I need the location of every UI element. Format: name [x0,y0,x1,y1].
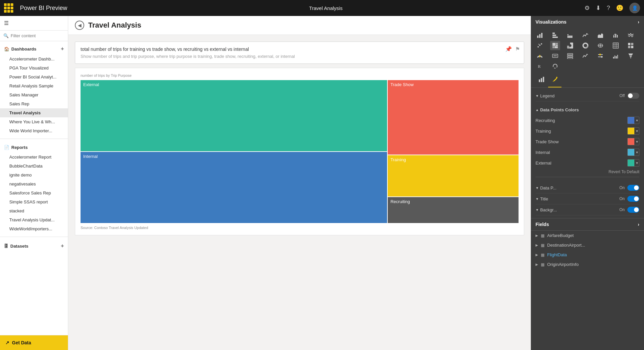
sidebar-item-sales-manager[interactable]: Sales Manager [0,90,68,99]
avatar[interactable]: 👤 [629,3,640,13]
viz-icon-line[interactable] [580,31,590,40]
viz-icon-treemap[interactable] [550,41,560,50]
viz-icon-slicer[interactable] [595,51,605,60]
field-item-airfare[interactable]: ▶ ▦ AirfareBudget [531,231,644,240]
dpc-tradeshow-color-btn[interactable]: ▼ [627,138,639,145]
revert-to-default-button[interactable]: Revert To Default [536,168,639,177]
viz-icon-card[interactable] [550,51,560,60]
svg-marker-57 [629,56,632,57]
sidebar-item-bubble[interactable]: BubbleChartData [0,162,68,171]
sidebar-item-travel[interactable]: Travel Analysis [0,108,68,117]
viz-expand-icon[interactable]: › [638,19,639,25]
settings-icon[interactable]: ⚙ [584,4,590,12]
viz-icon-waterfall[interactable] [611,51,621,60]
viz-icon-multirow[interactable] [565,51,575,60]
viz-icon-kpi[interactable] [580,51,590,60]
sidebar-item-ssas[interactable]: Simple SSAS report [0,197,68,206]
help-icon[interactable]: ? [607,5,610,12]
sidebar-item-where-you-live[interactable]: Where You Live & Wh... [0,117,68,126]
viz-icon-gauge[interactable] [535,51,545,60]
viz-icon-col[interactable] [550,31,560,40]
viz-icon-stacked-bar[interactable] [565,31,575,40]
viz-icon-scatter[interactable] [535,41,545,50]
search-icon: 🔍 [3,33,9,38]
svg-rect-60 [539,79,540,82]
sidebar-item-powerbi-social[interactable]: Power BI Social Analyt... [0,72,68,81]
svg-rect-10 [570,36,571,38]
viz-tab-chart[interactable] [535,73,548,87]
add-dashboard-icon[interactable]: + [61,46,64,52]
reports-icon: 📄 [4,145,9,150]
apps-icon[interactable] [4,3,13,13]
datasets-header[interactable]: 🗄 Datasets + [0,240,68,252]
viz-icon-sync[interactable] [550,61,560,71]
dpc-external-name: External [536,161,551,166]
sidebar-item-wide-world[interactable]: Wide World Importer... [0,126,68,135]
datap-toggle[interactable] [627,185,639,191]
emoji-icon[interactable]: 🙂 [616,4,623,12]
sidebar-item-ignite[interactable]: ignite demo [0,171,68,179]
viz-icon-area[interactable] [595,31,605,40]
sidebar-item-salesforce[interactable]: Salesforce Sales Rep [0,188,68,197]
field-item-destination[interactable]: ▶ ▦ DestinationAirport... [531,240,644,250]
format-background-label: ▼ Backgr... [536,207,557,212]
title-toggle[interactable] [627,196,639,202]
viz-icon-map[interactable] [595,41,605,50]
viz-icon-matrix[interactable] [626,41,636,50]
sidebar-item-negative[interactable]: negativesales [0,179,68,188]
svg-rect-21 [556,43,558,44]
field-icon-table-2: ▦ [541,243,544,248]
fields-expand-icon[interactable]: › [638,222,639,227]
main-content: ◀ Travel Analysis total number of trips … [68,16,531,350]
get-data-button[interactable]: ↗ Get Data [0,335,68,350]
get-data-label: Get Data [12,340,31,345]
treemap-recruiting[interactable]: Recruiting [388,197,519,223]
field-item-flightdata[interactable]: ▶ ▦ FlightData [531,250,644,260]
viz-icon-combo[interactable] [611,31,621,40]
dpc-training-color-btn[interactable]: ▼ [627,127,639,135]
sidebar-item-sales-rep[interactable]: Sales Rep [0,99,68,108]
dpc-recruiting-color-btn[interactable]: ▼ [627,117,639,124]
sidebar-item-accel-report[interactable]: Accelerometer Report [0,153,68,162]
viz-icon-funnel[interactable] [626,51,636,60]
back-button[interactable]: ◀ [75,21,84,30]
dashboards-header[interactable]: 🏠 Dashboards + [0,43,68,55]
viz-icon-pie[interactable] [565,41,575,50]
sidebar-item-stacked[interactable]: stacked [0,206,68,215]
treemap-training[interactable]: Training [388,155,519,197]
download-icon[interactable]: ⬇ [596,4,601,12]
datasets-icon: 🗄 [4,244,8,249]
sidebar-item-accelerometer-dash[interactable]: Accelerometer Dashb... [0,55,68,63]
treemap-external[interactable]: External [81,80,387,151]
search-input[interactable] [11,33,65,38]
legend-toggle[interactable] [627,93,639,99]
menu-icon[interactable]: ☰ [4,20,9,26]
pin-icon[interactable]: 📌 [505,46,512,52]
viz-icon-ribbon[interactable] [626,31,636,40]
viz-icon-bar[interactable] [535,31,545,40]
viz-icon-table[interactable] [611,41,621,50]
dpc-internal-color-btn[interactable]: ▼ [627,149,639,156]
dpc-training-chevron: ▼ [635,129,639,133]
dpc-external-color-btn[interactable]: ▼ [627,159,639,167]
reports-header[interactable]: 📄 Reports [0,142,68,153]
field-item-origin[interactable]: ▶ ▦ OriginAirportInfo [531,260,644,269]
sidebar-item-pga[interactable]: PGA Tour Visualized [0,63,68,72]
background-toggle-area: On [619,207,639,213]
flag-icon[interactable]: ⚑ [515,46,520,52]
treemap-internal[interactable]: Internal [81,152,387,223]
sidebar-item-travel-update[interactable]: Travel Analysis Updat... [0,215,68,224]
add-dataset-icon[interactable]: + [61,243,64,249]
svg-rect-4 [552,35,556,36]
viz-icon-r-visual[interactable]: R [535,61,545,71]
viz-tab-format[interactable] [548,73,561,87]
treemap-tradeshow[interactable]: Trade Show [388,80,519,155]
sidebar-item-retail[interactable]: Retail Analysis Sample [0,81,68,90]
sidebar-item-wideworldimporters[interactable]: WideWorldImporters... [0,224,68,233]
viz-panel-header: Visualizations › [531,16,644,28]
background-toggle[interactable] [627,207,639,213]
svg-point-63 [556,77,557,78]
fields-panel-title: Fields [536,222,549,227]
field-destination-name: DestinationAirport... [547,243,585,248]
viz-icon-donut[interactable] [580,41,590,50]
